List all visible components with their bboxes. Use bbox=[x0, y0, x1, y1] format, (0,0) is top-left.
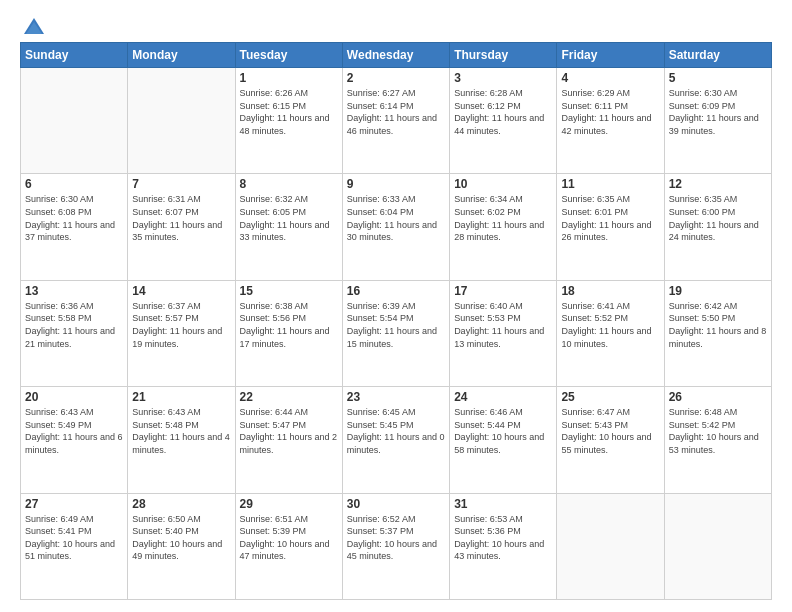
calendar-cell: 26Sunrise: 6:48 AMSunset: 5:42 PMDayligh… bbox=[664, 387, 771, 493]
calendar-cell bbox=[664, 493, 771, 599]
calendar-cell: 2Sunrise: 6:27 AMSunset: 6:14 PMDaylight… bbox=[342, 68, 449, 174]
calendar-cell: 10Sunrise: 6:34 AMSunset: 6:02 PMDayligh… bbox=[450, 174, 557, 280]
calendar-cell: 8Sunrise: 6:32 AMSunset: 6:05 PMDaylight… bbox=[235, 174, 342, 280]
day-info: Sunrise: 6:41 AMSunset: 5:52 PMDaylight:… bbox=[561, 300, 659, 350]
day-info: Sunrise: 6:33 AMSunset: 6:04 PMDaylight:… bbox=[347, 193, 445, 243]
day-info: Sunrise: 6:30 AMSunset: 6:09 PMDaylight:… bbox=[669, 87, 767, 137]
day-number: 22 bbox=[240, 390, 338, 404]
calendar-cell: 9Sunrise: 6:33 AMSunset: 6:04 PMDaylight… bbox=[342, 174, 449, 280]
calendar-cell bbox=[128, 68, 235, 174]
calendar-cell: 7Sunrise: 6:31 AMSunset: 6:07 PMDaylight… bbox=[128, 174, 235, 280]
calendar-cell: 24Sunrise: 6:46 AMSunset: 5:44 PMDayligh… bbox=[450, 387, 557, 493]
calendar-cell: 1Sunrise: 6:26 AMSunset: 6:15 PMDaylight… bbox=[235, 68, 342, 174]
day-number: 7 bbox=[132, 177, 230, 191]
logo-text bbox=[20, 16, 46, 40]
day-number: 20 bbox=[25, 390, 123, 404]
calendar-week-3: 20Sunrise: 6:43 AMSunset: 5:49 PMDayligh… bbox=[21, 387, 772, 493]
day-number: 2 bbox=[347, 71, 445, 85]
calendar-cell: 23Sunrise: 6:45 AMSunset: 5:45 PMDayligh… bbox=[342, 387, 449, 493]
day-info: Sunrise: 6:35 AMSunset: 6:00 PMDaylight:… bbox=[669, 193, 767, 243]
day-info: Sunrise: 6:38 AMSunset: 5:56 PMDaylight:… bbox=[240, 300, 338, 350]
calendar-cell: 12Sunrise: 6:35 AMSunset: 6:00 PMDayligh… bbox=[664, 174, 771, 280]
day-info: Sunrise: 6:37 AMSunset: 5:57 PMDaylight:… bbox=[132, 300, 230, 350]
day-info: Sunrise: 6:44 AMSunset: 5:47 PMDaylight:… bbox=[240, 406, 338, 456]
day-info: Sunrise: 6:27 AMSunset: 6:14 PMDaylight:… bbox=[347, 87, 445, 137]
day-number: 25 bbox=[561, 390, 659, 404]
calendar-cell: 25Sunrise: 6:47 AMSunset: 5:43 PMDayligh… bbox=[557, 387, 664, 493]
day-info: Sunrise: 6:43 AMSunset: 5:49 PMDaylight:… bbox=[25, 406, 123, 456]
col-thursday: Thursday bbox=[450, 43, 557, 68]
day-number: 15 bbox=[240, 284, 338, 298]
day-number: 6 bbox=[25, 177, 123, 191]
calendar-cell: 15Sunrise: 6:38 AMSunset: 5:56 PMDayligh… bbox=[235, 280, 342, 386]
calendar-cell: 29Sunrise: 6:51 AMSunset: 5:39 PMDayligh… bbox=[235, 493, 342, 599]
day-info: Sunrise: 6:28 AMSunset: 6:12 PMDaylight:… bbox=[454, 87, 552, 137]
day-info: Sunrise: 6:42 AMSunset: 5:50 PMDaylight:… bbox=[669, 300, 767, 350]
day-info: Sunrise: 6:47 AMSunset: 5:43 PMDaylight:… bbox=[561, 406, 659, 456]
col-wednesday: Wednesday bbox=[342, 43, 449, 68]
logo-icon bbox=[22, 16, 46, 40]
day-info: Sunrise: 6:34 AMSunset: 6:02 PMDaylight:… bbox=[454, 193, 552, 243]
day-number: 17 bbox=[454, 284, 552, 298]
day-info: Sunrise: 6:45 AMSunset: 5:45 PMDaylight:… bbox=[347, 406, 445, 456]
day-number: 16 bbox=[347, 284, 445, 298]
day-info: Sunrise: 6:26 AMSunset: 6:15 PMDaylight:… bbox=[240, 87, 338, 137]
calendar-cell: 11Sunrise: 6:35 AMSunset: 6:01 PMDayligh… bbox=[557, 174, 664, 280]
calendar-cell: 20Sunrise: 6:43 AMSunset: 5:49 PMDayligh… bbox=[21, 387, 128, 493]
day-info: Sunrise: 6:40 AMSunset: 5:53 PMDaylight:… bbox=[454, 300, 552, 350]
day-info: Sunrise: 6:49 AMSunset: 5:41 PMDaylight:… bbox=[25, 513, 123, 563]
calendar-cell: 14Sunrise: 6:37 AMSunset: 5:57 PMDayligh… bbox=[128, 280, 235, 386]
logo-area bbox=[20, 16, 46, 34]
col-sunday: Sunday bbox=[21, 43, 128, 68]
header bbox=[20, 16, 772, 34]
day-number: 3 bbox=[454, 71, 552, 85]
day-number: 28 bbox=[132, 497, 230, 511]
calendar-week-4: 27Sunrise: 6:49 AMSunset: 5:41 PMDayligh… bbox=[21, 493, 772, 599]
day-number: 11 bbox=[561, 177, 659, 191]
day-number: 4 bbox=[561, 71, 659, 85]
day-info: Sunrise: 6:29 AMSunset: 6:11 PMDaylight:… bbox=[561, 87, 659, 137]
day-info: Sunrise: 6:46 AMSunset: 5:44 PMDaylight:… bbox=[454, 406, 552, 456]
day-info: Sunrise: 6:32 AMSunset: 6:05 PMDaylight:… bbox=[240, 193, 338, 243]
calendar-cell: 19Sunrise: 6:42 AMSunset: 5:50 PMDayligh… bbox=[664, 280, 771, 386]
day-number: 8 bbox=[240, 177, 338, 191]
day-number: 23 bbox=[347, 390, 445, 404]
calendar-cell: 18Sunrise: 6:41 AMSunset: 5:52 PMDayligh… bbox=[557, 280, 664, 386]
calendar-cell: 16Sunrise: 6:39 AMSunset: 5:54 PMDayligh… bbox=[342, 280, 449, 386]
calendar-cell: 30Sunrise: 6:52 AMSunset: 5:37 PMDayligh… bbox=[342, 493, 449, 599]
day-number: 21 bbox=[132, 390, 230, 404]
day-info: Sunrise: 6:39 AMSunset: 5:54 PMDaylight:… bbox=[347, 300, 445, 350]
col-tuesday: Tuesday bbox=[235, 43, 342, 68]
calendar-cell: 4Sunrise: 6:29 AMSunset: 6:11 PMDaylight… bbox=[557, 68, 664, 174]
day-number: 13 bbox=[25, 284, 123, 298]
day-number: 30 bbox=[347, 497, 445, 511]
day-number: 5 bbox=[669, 71, 767, 85]
day-number: 24 bbox=[454, 390, 552, 404]
day-number: 10 bbox=[454, 177, 552, 191]
day-info: Sunrise: 6:36 AMSunset: 5:58 PMDaylight:… bbox=[25, 300, 123, 350]
day-info: Sunrise: 6:30 AMSunset: 6:08 PMDaylight:… bbox=[25, 193, 123, 243]
calendar-header: Sunday Monday Tuesday Wednesday Thursday… bbox=[21, 43, 772, 68]
day-number: 12 bbox=[669, 177, 767, 191]
calendar-body: 1Sunrise: 6:26 AMSunset: 6:15 PMDaylight… bbox=[21, 68, 772, 600]
calendar-cell: 28Sunrise: 6:50 AMSunset: 5:40 PMDayligh… bbox=[128, 493, 235, 599]
calendar-cell bbox=[21, 68, 128, 174]
day-info: Sunrise: 6:48 AMSunset: 5:42 PMDaylight:… bbox=[669, 406, 767, 456]
day-number: 1 bbox=[240, 71, 338, 85]
col-friday: Friday bbox=[557, 43, 664, 68]
calendar-cell: 3Sunrise: 6:28 AMSunset: 6:12 PMDaylight… bbox=[450, 68, 557, 174]
calendar-cell: 22Sunrise: 6:44 AMSunset: 5:47 PMDayligh… bbox=[235, 387, 342, 493]
day-number: 14 bbox=[132, 284, 230, 298]
calendar-cell: 21Sunrise: 6:43 AMSunset: 5:48 PMDayligh… bbox=[128, 387, 235, 493]
day-number: 29 bbox=[240, 497, 338, 511]
calendar-cell: 6Sunrise: 6:30 AMSunset: 6:08 PMDaylight… bbox=[21, 174, 128, 280]
page: Sunday Monday Tuesday Wednesday Thursday… bbox=[0, 0, 792, 612]
calendar-cell: 31Sunrise: 6:53 AMSunset: 5:36 PMDayligh… bbox=[450, 493, 557, 599]
day-number: 18 bbox=[561, 284, 659, 298]
col-saturday: Saturday bbox=[664, 43, 771, 68]
calendar-cell: 27Sunrise: 6:49 AMSunset: 5:41 PMDayligh… bbox=[21, 493, 128, 599]
col-monday: Monday bbox=[128, 43, 235, 68]
day-number: 26 bbox=[669, 390, 767, 404]
calendar-cell: 17Sunrise: 6:40 AMSunset: 5:53 PMDayligh… bbox=[450, 280, 557, 386]
day-info: Sunrise: 6:35 AMSunset: 6:01 PMDaylight:… bbox=[561, 193, 659, 243]
